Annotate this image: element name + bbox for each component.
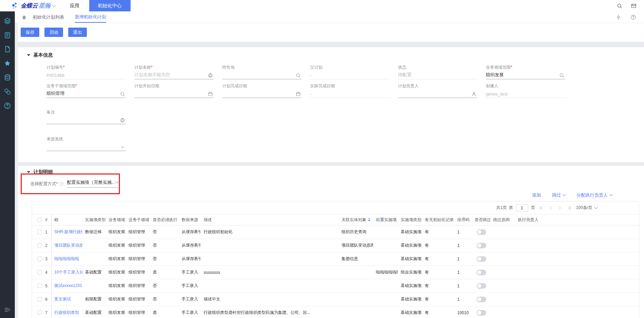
sidebar-collapse-toggle[interactable] [4,307,11,314]
row-checkbox[interactable] [38,284,42,288]
field-input[interactable] [134,91,214,98]
plan-item-link[interactable]: 10个手工录入任务组合 [54,270,83,275]
page-number-input[interactable] [516,204,528,212]
search-icon[interactable] [296,73,301,78]
layers-icon [4,17,11,24]
plan-item-link[interactable]: 英文测试 [54,297,71,301]
page-tab-bar: 初始化计划列表 新增初始化计划 [15,11,644,23]
sort-icon[interactable] [368,217,371,222]
cell-row-number: 2 [42,239,51,252]
calendar-icon[interactable] [208,91,213,97]
sidebar-item-layers[interactable] [4,17,11,24]
field-label: 业务领域范围* [486,64,574,70]
cell-skip-reason [490,292,515,306]
cell-source: 手工录入 [179,279,201,292]
field-input[interactable] [47,117,126,124]
field-input[interactable] [222,72,301,79]
skip-menu-link[interactable]: 跳过 [552,192,565,198]
plan-item-link[interactable]: 项目团队变动原因 [54,243,83,248]
tab-init-plan-list[interactable]: 初始化计划列表 [33,11,64,23]
tab-init-center[interactable]: 初始化中心 [89,0,131,11]
globe-icon[interactable] [120,118,125,123]
cell-row-number: 3 [42,252,51,266]
row-checkbox[interactable] [38,297,42,301]
nav-last-icon[interactable] [567,206,571,210]
skip-toggle[interactable] [477,243,486,248]
basic-info-title[interactable]: 基本信息 [27,52,644,59]
plan-item-link[interactable]: 行政组织类型 [54,310,79,315]
cell-skip [472,266,490,279]
sidebar-item-document[interactable] [4,46,11,53]
sidebar-item-help-circle[interactable] [4,102,11,109]
cell-source: 手工录入 [179,266,201,279]
assign-executor-menu-link[interactable]: 分配执行负责人 [576,192,612,198]
select-all-checkbox[interactable] [38,218,42,222]
logo-chevron-down-icon[interactable] [53,3,55,9]
column-header: 跳过原因 [490,215,515,225]
row-checkbox[interactable] [38,257,42,261]
cell-entity: 项目团队变动原因 [339,239,373,252]
sidebar-item-finance[interactable] [4,74,11,81]
nav-first-icon[interactable] [539,206,543,210]
globe-icon[interactable] [208,73,213,78]
row-checkbox[interactable] [38,243,42,248]
person-icon[interactable] [471,91,477,97]
field-input[interactable] [222,91,301,98]
calendar-icon[interactable] [296,91,301,97]
plan-item-link[interactable]: SHR-新增行政组织 [54,229,83,234]
mail-icon[interactable] [631,3,636,9]
row-checkbox[interactable] [38,230,42,234]
field-input[interactable] [47,144,126,151]
help-tooltip-icon[interactable] [59,182,64,186]
star-icon [4,60,11,67]
field-input[interactable]: 计划名称不能为空 [134,72,214,79]
add-row-link[interactable]: 添加 [532,192,541,198]
plan-item-link[interactable]: 啦啦啦啦啦啦 [54,256,79,261]
sidebar-item-clipboard[interactable] [4,31,11,39]
skip-toggle[interactable] [477,283,486,289]
row-checkbox[interactable] [38,310,42,315]
skip-toggle[interactable] [477,270,486,275]
tab-new-init-plan[interactable]: 新增初始化计划 [75,11,106,23]
menu-applications[interactable]: 应用 [70,3,80,9]
cell-pre-item [373,252,398,266]
cell-category: 基础实施项 [398,306,422,318]
start-button[interactable]: 启动 [44,28,63,37]
field-input[interactable]: 组织管理 [47,91,126,98]
chevron-down-icon[interactable] [120,145,125,150]
home-icon[interactable] [21,14,27,20]
field-input[interactable]: 组织发展 [486,72,565,79]
field-input[interactable] [398,91,477,98]
column-header: 关联实体对象 [339,215,373,225]
config-mode-dropdown[interactable]: 配置实施项（完整实施... [67,179,119,188]
theme-icon[interactable] [616,14,621,20]
search-icon[interactable] [617,3,622,9]
cell-skip [472,306,490,318]
cell-description [201,279,339,292]
form-field: 来源系统 [47,136,134,151]
search-icon[interactable] [120,91,125,97]
plan-item-link[interactable]: 测试xxxxx123123123 [54,283,83,288]
field-input: - [310,91,389,98]
row-checkbox[interactable] [38,270,42,275]
search-icon[interactable] [559,73,564,78]
sidebar-item-star[interactable] [4,60,11,67]
page-size-select[interactable]: 100条/页 [576,205,597,211]
cell-source: 从缓存表引入 [179,239,201,252]
skip-toggle[interactable] [477,297,486,302]
help-icon[interactable] [631,14,636,20]
exit-button[interactable]: 退出 [68,28,87,37]
cell-sort-code: 1 [454,292,472,306]
sidebar-item-finance-alt[interactable] [4,88,11,95]
pagination-bar: 共1页 第 页 100条/页 [32,201,639,215]
skip-toggle[interactable] [477,256,486,262]
nav-prev-icon[interactable] [549,206,553,210]
skip-toggle[interactable] [477,310,486,316]
nav-next-icon[interactable] [558,206,562,210]
table-actions: 添加 跳过 分配执行负责人 [532,192,612,198]
save-button[interactable]: 保存 [21,28,39,37]
skip-toggle[interactable] [477,229,486,235]
kingdee-logo[interactable]: 金蝶云星瀚 [11,2,55,10]
form-field: 计划负责人 [398,83,486,98]
field-label: 状态 [398,64,486,70]
